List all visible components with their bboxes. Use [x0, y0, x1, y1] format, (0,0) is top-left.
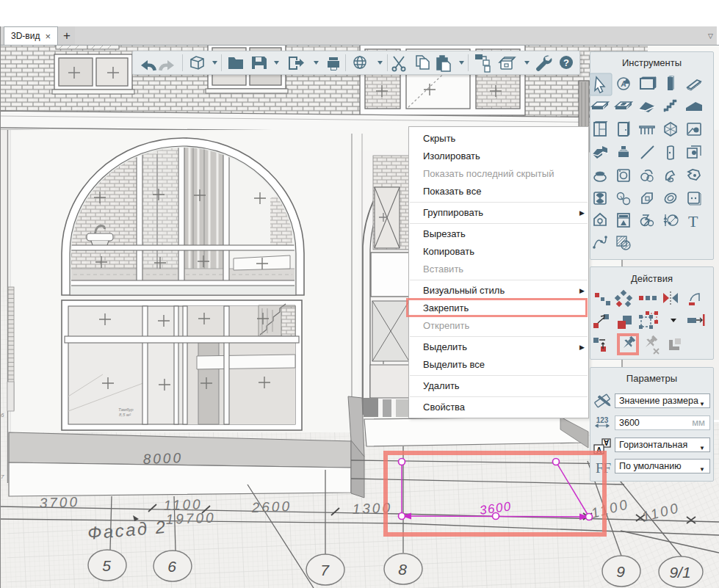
- svg-text:19700: 19700: [165, 510, 216, 527]
- svg-text:8,5 м²: 8,5 м²: [119, 413, 131, 417]
- svg-text:Тамбур: Тамбур: [118, 407, 134, 412]
- svg-text:5: 5: [102, 557, 111, 574]
- svg-text:2600: 2600: [250, 498, 292, 515]
- svg-text:9: 9: [616, 563, 625, 580]
- svg-text:7: 7: [1, 473, 4, 480]
- svg-text:7: 7: [320, 562, 330, 578]
- svg-text:9/1: 9/1: [669, 564, 690, 581]
- svg-text:3700: 3700: [39, 494, 79, 511]
- svg-text:T: T: [688, 212, 698, 231]
- svg-text:123: 123: [596, 416, 609, 424]
- svg-text:?: ?: [563, 57, 569, 68]
- svg-text:8: 8: [398, 561, 407, 578]
- svg-text:6: 6: [1, 412, 4, 418]
- svg-text:8000: 8000: [142, 450, 183, 467]
- svg-text:A: A: [604, 438, 609, 446]
- svg-text:6: 6: [167, 558, 176, 575]
